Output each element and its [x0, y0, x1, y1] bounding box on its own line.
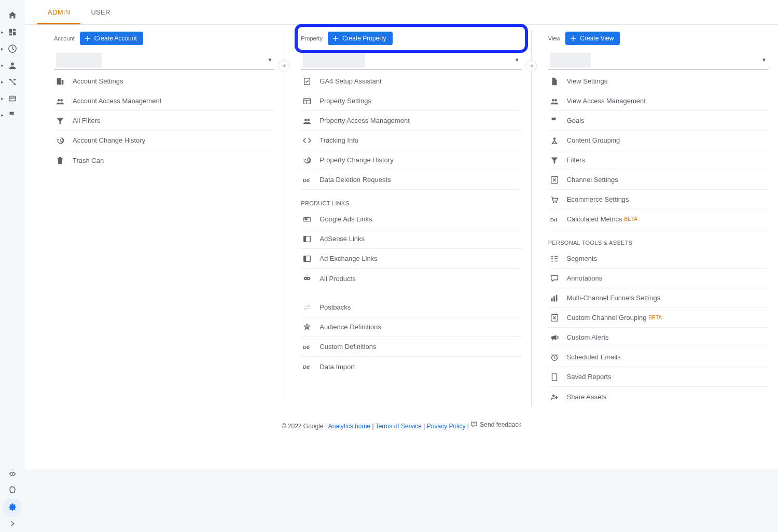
caret-down-icon: ▼	[515, 57, 520, 63]
nav-dashboard[interactable]: ▸	[0, 24, 25, 40]
svg-text:Dd: Dd	[303, 177, 310, 183]
footer-feedback-link[interactable]: Send feedback	[470, 421, 521, 428]
item-label: Property Change History	[319, 156, 393, 164]
tab-admin[interactable]: ADMIN	[37, 0, 80, 24]
item-label: Postbacks	[319, 303, 351, 311]
view-picker[interactable]: ▼	[548, 51, 769, 69]
list-item[interactable]: All Filters	[54, 111, 274, 131]
item-label: Channel Settings	[567, 176, 618, 184]
list-item[interactable]: Goals	[548, 111, 769, 131]
nav-acquisition[interactable]: ▸	[0, 74, 25, 90]
footer-feedback-label: Send feedback	[480, 421, 521, 428]
item-label: Custom Definitions	[319, 343, 376, 351]
list-item[interactable]: DdData Deletion Requests	[301, 170, 521, 190]
list-item[interactable]: Account Change History	[54, 131, 274, 150]
list-item[interactable]: Trash Can	[54, 150, 274, 170]
item-label: Ad Exchange Links	[319, 255, 377, 262]
plus-icon	[84, 35, 91, 42]
item-label: Goals	[567, 117, 585, 124]
list-item[interactable]: Property Access Management	[301, 111, 521, 131]
tab-user[interactable]: USER	[80, 0, 120, 24]
create-view-button[interactable]: Create View	[565, 32, 620, 45]
footer-tos-link[interactable]: Terms of Service	[376, 423, 422, 430]
bars-icon	[549, 293, 560, 303]
list-item[interactable]: AdSense Links	[301, 229, 521, 249]
panel-icon	[302, 234, 312, 244]
list-item[interactable]: Custom Channel GroupingBETA	[548, 308, 769, 328]
share-person-icon	[549, 391, 560, 402]
create-account-button[interactable]: Create Account	[80, 32, 143, 45]
nav-behavior[interactable]: ▸	[0, 90, 25, 107]
filter-icon	[55, 116, 65, 126]
list-item[interactable]: Property Settings	[301, 91, 521, 111]
item-label: Share Assets	[567, 393, 607, 401]
item-label: All Filters	[73, 117, 100, 124]
svg-text:Dd: Dd	[303, 344, 310, 349]
list-item[interactable]: Property Change History	[301, 150, 521, 170]
list-item[interactable]: Scheduled Emails	[548, 347, 769, 367]
property-column: Property Create Property ▼ GA4 Setup Ass…	[284, 30, 531, 407]
list-item[interactable]: Channel Settings	[548, 170, 769, 190]
list-item[interactable]: Audience Definitions	[301, 317, 521, 337]
history-icon	[55, 135, 65, 146]
footer: © 2022 Google | Analytics home | Terms o…	[25, 407, 778, 436]
beta-badge: BETA	[649, 315, 662, 320]
create-view-label: Create View	[580, 35, 614, 42]
list-item[interactable]: DdCustom Definitions	[301, 337, 521, 357]
list-item[interactable]: Segments	[548, 249, 769, 269]
page-icon	[549, 76, 560, 87]
list-item[interactable]: Tracking Info	[301, 131, 521, 150]
property-picker[interactable]: ▼	[301, 51, 521, 69]
list-item[interactable]: Postbacks	[301, 298, 521, 317]
list-item[interactable]: Google Ads Links	[301, 209, 521, 229]
item-label: Trash Can	[73, 157, 104, 164]
list-item[interactable]: Custom Alerts	[548, 328, 769, 347]
account-picker[interactable]: ▼	[54, 51, 274, 69]
nav-home[interactable]	[0, 7, 25, 24]
list-item[interactable]: Account Settings	[54, 72, 274, 91]
footer-copyright: © 2022 Google	[282, 423, 324, 430]
list-item[interactable]: Saved Reports	[548, 367, 769, 387]
create-property-button[interactable]: Create Property	[328, 32, 393, 45]
nav-realtime[interactable]: ▸	[0, 40, 25, 57]
list-item[interactable]: Ad Exchange Links	[301, 249, 521, 269]
nav-attribution[interactable]	[0, 466, 25, 470]
filter-icon	[549, 155, 560, 165]
item-label: Custom Alerts	[567, 333, 609, 341]
item-label: Account Change History	[73, 136, 145, 144]
list-item[interactable]: DdCalculated MetricsBETA	[548, 209, 769, 229]
nav-audience[interactable]: ▸	[0, 57, 25, 74]
item-label: Filters	[567, 156, 585, 164]
plus-icon	[332, 35, 339, 42]
people-icon	[302, 116, 312, 126]
item-label: View Settings	[567, 77, 608, 85]
product-links-heading: PRODUCT LINKS	[301, 190, 521, 209]
footer-analytics-home-link[interactable]: Analytics home	[328, 423, 370, 430]
list-item[interactable]: Share Assets	[548, 387, 769, 407]
list-item[interactable]: DdData Import	[301, 357, 521, 376]
dd-icon: Dd	[302, 342, 312, 352]
item-label: View Access Management	[567, 97, 646, 105]
list-item[interactable]: GA4 Setup Assistant	[301, 72, 521, 91]
list-item[interactable]: View Settings	[548, 72, 769, 91]
list-item[interactable]: View Access Management	[548, 91, 769, 111]
create-account-label: Create Account	[94, 35, 137, 42]
list-item[interactable]: Multi-Channel Funnels Settings	[548, 288, 769, 308]
list-item[interactable]: Account Access Management	[54, 91, 274, 111]
move-view-icon[interactable]	[525, 60, 537, 72]
list-item[interactable]: Annotations	[548, 269, 769, 288]
assignment-check-icon	[302, 76, 312, 87]
nav-conversions[interactable]: ▸	[0, 107, 25, 123]
list-item[interactable]: All Products	[301, 269, 521, 288]
move-property-icon[interactable]	[278, 60, 289, 72]
footer-privacy-link[interactable]: Privacy Policy	[427, 423, 466, 430]
list-item[interactable]: Ecommerce Settings	[548, 190, 769, 209]
item-label: Saved Reports	[567, 373, 612, 381]
item-label: Property Settings	[319, 97, 371, 105]
item-label: Multi-Channel Funnels Settings	[567, 294, 661, 302]
plus-icon	[569, 35, 577, 42]
item-label: Tracking Info	[319, 136, 358, 144]
list-item[interactable]: Content Grouping	[548, 131, 769, 150]
list-item[interactable]: Filters	[548, 150, 769, 170]
caret-down-icon: ▼	[761, 57, 767, 63]
